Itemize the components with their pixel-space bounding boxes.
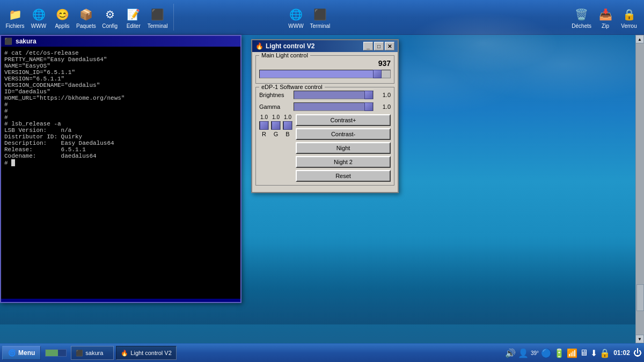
start-menu-icon: 🌀 <box>8 349 16 357</box>
battery-icon[interactable]: 🔋 <box>554 348 565 358</box>
tb-www-label: WWW <box>31 23 46 29</box>
brightness-value: 1.0 <box>376 92 391 98</box>
volume-icon[interactable]: 🔊 <box>505 348 516 358</box>
contrast-minus-button[interactable]: Contrast- <box>296 128 391 140</box>
b-label: B <box>286 131 289 137</box>
taskbar-separator-1 <box>173 4 174 31</box>
g-slider[interactable] <box>271 121 281 130</box>
edp-section: eDP-1 Software control Brightnes 1.0 Gam… <box>255 87 394 186</box>
edp-section-label: eDP-1 Software control <box>259 84 325 90</box>
tb-terminal[interactable]: ⬛ Terminal <box>147 5 169 30</box>
lc-title-icon: 🔥 <box>255 42 264 50</box>
tb-dechets[interactable]: 🗑️ Déchets <box>570 5 592 30</box>
start-button[interactable]: 🌀 Menu <box>2 346 41 360</box>
night-button[interactable]: Night <box>296 142 391 154</box>
main-light-section: Main Light control 937 <box>255 55 394 84</box>
reset-button[interactable]: Reset <box>296 170 391 182</box>
terminal2-icon: ⬛ <box>311 6 328 23</box>
shutdown-icon[interactable]: ⏻ <box>633 348 642 358</box>
download-icon[interactable]: ⬇ <box>590 348 597 358</box>
light-control-window: 🔥 Light control V2 _ □ ✕ Main Light cont… <box>251 39 399 193</box>
lc-title: Light control V2 <box>266 42 314 50</box>
brightness-row: Brightnes 1.0 <box>259 91 391 99</box>
tb-terminal2-label: Terminal <box>310 23 331 29</box>
scrollbar-down-arrow[interactable]: ▼ <box>635 335 644 343</box>
tb-www2-group: 🌐 WWW <box>286 5 307 30</box>
brightness-slider[interactable] <box>294 91 374 99</box>
g-label: G <box>274 131 279 137</box>
night2-button[interactable]: Night 2 <box>296 156 391 168</box>
contrast-plus-button[interactable]: Contrast+ <box>296 114 391 126</box>
tb-editer[interactable]: 📝 Editer <box>123 5 144 30</box>
taskbar-lightctrl[interactable]: 🔥 Light control V2 <box>116 346 176 360</box>
tb-www2[interactable]: 🌐 WWW <box>286 5 307 30</box>
r-slider[interactable] <box>259 121 269 130</box>
fichiers-icon: 📁 <box>6 6 24 23</box>
b-value: 1.0 <box>284 114 291 120</box>
taskbar-sakura[interactable]: ⬛ sakura <box>71 346 114 360</box>
tb-www[interactable]: 🌐 WWW <box>28 5 49 30</box>
scrollbar-up-arrow[interactable]: ▲ <box>635 35 644 43</box>
tb-zip[interactable]: 📥 Zip <box>595 5 616 30</box>
tb-applis[interactable]: 😊 Applis <box>52 5 73 30</box>
tb-dechets-label: Déchets <box>572 23 591 29</box>
www-icon: 🌐 <box>30 6 47 23</box>
lc-titlebar: 🔥 Light control V2 _ □ ✕ <box>252 40 398 52</box>
desktop: 📁 Fichiers 🌐 WWW 😊 Applis 📦 Paquets ⚙ Co… <box>0 0 644 362</box>
terminal-body[interactable]: # cat /etc/os-release PRETTY_NAME="Easy … <box>1 47 240 299</box>
www2-icon: 🌐 <box>288 6 305 23</box>
desktop-scrollbar[interactable]: ▲ ▼ <box>635 35 644 343</box>
lightctrl-task-icon: 🔥 <box>121 350 128 357</box>
main-light-slider[interactable] <box>259 70 391 78</box>
terminal-content: # cat /etc/os-release PRETTY_NAME="Easy … <box>4 50 125 166</box>
brightness-label: Brightnes <box>259 92 291 98</box>
lc-minimize-button[interactable]: _ <box>363 42 373 50</box>
terminal-icon-tb: ⬛ <box>4 38 12 45</box>
g-value: 1.0 <box>272 114 280 120</box>
user-icon[interactable]: 👤 <box>518 348 529 358</box>
tb-config-label: Config <box>102 23 118 29</box>
wifi-icon[interactable]: 📶 <box>567 348 577 358</box>
r-column: 1.0 R <box>259 114 269 182</box>
gamma-row: Gamma 1.0 <box>259 102 391 111</box>
lightctrl-task-label: Light control V2 <box>130 350 171 356</box>
b-slider[interactable] <box>283 121 292 130</box>
tb-paquets[interactable]: 📦 Paquets <box>75 5 97 30</box>
terminal-cursor <box>11 159 15 166</box>
sakura-task-icon: ⬛ <box>76 350 83 357</box>
verrou-icon: 🔒 <box>620 6 638 23</box>
tb-terminal2[interactable]: ⬛ Terminal <box>309 5 332 30</box>
taskbar-system-tray: 🔊 👤 39° 🔵 🔋 📶 🖥 ⬇ 🔒 01:02 ⏻ <box>505 348 642 358</box>
tb-config[interactable]: ⚙ Config <box>99 5 121 30</box>
taskbar-top: 📁 Fichiers 🌐 WWW 😊 Applis 📦 Paquets ⚙ Co… <box>0 0 644 35</box>
gamma-label: Gamma <box>259 104 291 110</box>
gamma-slider[interactable] <box>294 102 374 111</box>
network-icon[interactable]: 🔵 <box>541 348 552 358</box>
rgb-buttons-group: Contrast+ Contrast- Night Night 2 Reset <box>296 114 391 182</box>
rgb-controls: 1.0 R 1.0 G <box>259 114 391 182</box>
applis-icon: 😊 <box>54 6 71 23</box>
terminal-title: sakura <box>16 38 36 45</box>
terminal-titlebar: ⬛ sakura <box>1 36 240 47</box>
lc-close-button[interactable]: ✕ <box>385 42 394 50</box>
zip-icon: 📥 <box>597 6 614 23</box>
lock-icon[interactable]: 🔒 <box>599 348 610 358</box>
terminal-window: ⬛ sakura # cat /etc/os-release PRETTY_NA… <box>0 35 241 303</box>
tb-www2-label: WWW <box>288 23 303 29</box>
lc-maximize-button[interactable]: □ <box>374 42 384 50</box>
tb-verrou[interactable]: 🔒 Verrou <box>618 5 640 30</box>
start-label: Menu <box>18 349 35 357</box>
tb-applis-label: Applis <box>55 23 69 29</box>
temp-display: 39° <box>531 350 539 356</box>
lc-body: Main Light control 937 eDP-1 Software co… <box>252 52 398 192</box>
main-light-value: 937 <box>259 59 391 68</box>
scrollbar-thumb[interactable] <box>636 284 644 311</box>
b-column: 1.0 B <box>283 114 292 182</box>
taskbar-top-right: 🗑️ Déchets 📥 Zip 🔒 Verrou <box>570 5 640 30</box>
rgb-sliders: 1.0 R 1.0 G <box>259 114 292 182</box>
main-slider-container <box>259 70 391 80</box>
display-icon[interactable]: 🖥 <box>580 348 588 358</box>
tb-zip-label: Zip <box>602 23 609 29</box>
tb-fichiers[interactable]: 📁 Fichiers <box>4 5 26 30</box>
g-column: 1.0 G <box>271 114 281 182</box>
